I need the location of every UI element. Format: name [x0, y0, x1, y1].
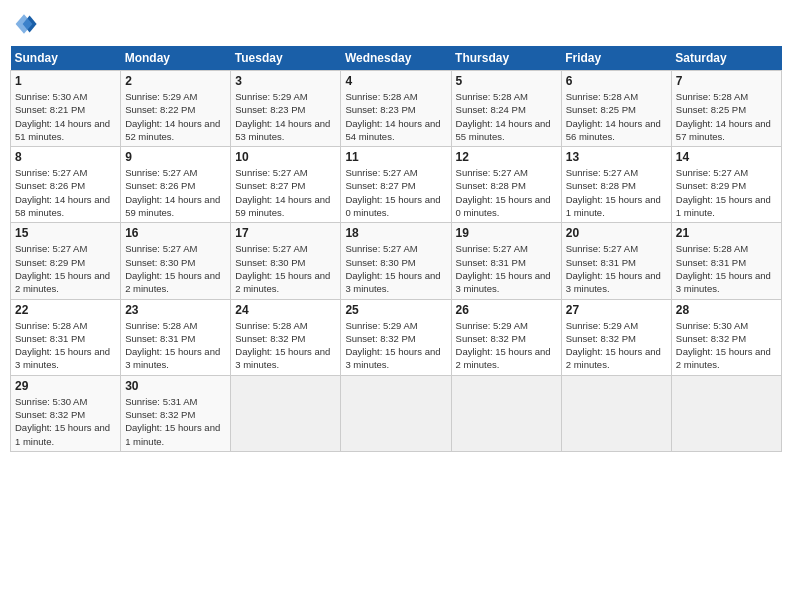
day-info: Sunrise: 5:27 AMSunset: 8:26 PMDaylight:…: [15, 166, 116, 219]
day-info: Sunrise: 5:27 AMSunset: 8:29 PMDaylight:…: [676, 166, 777, 219]
header-day-wednesday: Wednesday: [341, 46, 451, 71]
header-day-thursday: Thursday: [451, 46, 561, 71]
day-cell: 28Sunrise: 5:30 AMSunset: 8:32 PMDayligh…: [671, 299, 781, 375]
day-cell: 5Sunrise: 5:28 AMSunset: 8:24 PMDaylight…: [451, 71, 561, 147]
logo: [10, 10, 42, 38]
day-info: Sunrise: 5:28 AMSunset: 8:25 PMDaylight:…: [676, 90, 777, 143]
day-number: 4: [345, 74, 446, 88]
header-day-friday: Friday: [561, 46, 671, 71]
week-row-1: 1Sunrise: 5:30 AMSunset: 8:21 PMDaylight…: [11, 71, 782, 147]
day-info: Sunrise: 5:28 AMSunset: 8:24 PMDaylight:…: [456, 90, 557, 143]
day-info: Sunrise: 5:27 AMSunset: 8:28 PMDaylight:…: [456, 166, 557, 219]
day-info: Sunrise: 5:31 AMSunset: 8:32 PMDaylight:…: [125, 395, 226, 448]
day-info: Sunrise: 5:28 AMSunset: 8:25 PMDaylight:…: [566, 90, 667, 143]
day-number: 19: [456, 226, 557, 240]
day-info: Sunrise: 5:30 AMSunset: 8:21 PMDaylight:…: [15, 90, 116, 143]
day-number: 30: [125, 379, 226, 393]
day-info: Sunrise: 5:27 AMSunset: 8:29 PMDaylight:…: [15, 242, 116, 295]
day-cell: 21Sunrise: 5:28 AMSunset: 8:31 PMDayligh…: [671, 223, 781, 299]
page-header: [10, 10, 782, 38]
day-cell: 7Sunrise: 5:28 AMSunset: 8:25 PMDaylight…: [671, 71, 781, 147]
header-day-monday: Monday: [121, 46, 231, 71]
calendar-body: 1Sunrise: 5:30 AMSunset: 8:21 PMDaylight…: [11, 71, 782, 452]
day-cell: 11Sunrise: 5:27 AMSunset: 8:27 PMDayligh…: [341, 147, 451, 223]
week-row-3: 15Sunrise: 5:27 AMSunset: 8:29 PMDayligh…: [11, 223, 782, 299]
day-number: 23: [125, 303, 226, 317]
day-cell: 4Sunrise: 5:28 AMSunset: 8:23 PMDaylight…: [341, 71, 451, 147]
day-cell: 22Sunrise: 5:28 AMSunset: 8:31 PMDayligh…: [11, 299, 121, 375]
day-cell: 14Sunrise: 5:27 AMSunset: 8:29 PMDayligh…: [671, 147, 781, 223]
day-number: 16: [125, 226, 226, 240]
day-info: Sunrise: 5:28 AMSunset: 8:31 PMDaylight:…: [676, 242, 777, 295]
day-number: 2: [125, 74, 226, 88]
week-row-5: 29Sunrise: 5:30 AMSunset: 8:32 PMDayligh…: [11, 375, 782, 451]
day-cell: 30Sunrise: 5:31 AMSunset: 8:32 PMDayligh…: [121, 375, 231, 451]
day-cell: 12Sunrise: 5:27 AMSunset: 8:28 PMDayligh…: [451, 147, 561, 223]
day-number: 27: [566, 303, 667, 317]
day-number: 21: [676, 226, 777, 240]
calendar-header: SundayMondayTuesdayWednesdayThursdayFrid…: [11, 46, 782, 71]
day-info: Sunrise: 5:28 AMSunset: 8:32 PMDaylight:…: [235, 319, 336, 372]
day-cell: [561, 375, 671, 451]
day-info: Sunrise: 5:28 AMSunset: 8:31 PMDaylight:…: [125, 319, 226, 372]
day-number: 13: [566, 150, 667, 164]
day-cell: [341, 375, 451, 451]
day-number: 28: [676, 303, 777, 317]
day-cell: 3Sunrise: 5:29 AMSunset: 8:23 PMDaylight…: [231, 71, 341, 147]
day-cell: 20Sunrise: 5:27 AMSunset: 8:31 PMDayligh…: [561, 223, 671, 299]
day-info: Sunrise: 5:29 AMSunset: 8:32 PMDaylight:…: [456, 319, 557, 372]
day-number: 17: [235, 226, 336, 240]
day-number: 22: [15, 303, 116, 317]
day-cell: [231, 375, 341, 451]
day-number: 25: [345, 303, 446, 317]
day-info: Sunrise: 5:27 AMSunset: 8:30 PMDaylight:…: [235, 242, 336, 295]
day-number: 10: [235, 150, 336, 164]
day-info: Sunrise: 5:27 AMSunset: 8:26 PMDaylight:…: [125, 166, 226, 219]
day-cell: 25Sunrise: 5:29 AMSunset: 8:32 PMDayligh…: [341, 299, 451, 375]
day-info: Sunrise: 5:30 AMSunset: 8:32 PMDaylight:…: [15, 395, 116, 448]
day-number: 12: [456, 150, 557, 164]
day-cell: 17Sunrise: 5:27 AMSunset: 8:30 PMDayligh…: [231, 223, 341, 299]
day-cell: 19Sunrise: 5:27 AMSunset: 8:31 PMDayligh…: [451, 223, 561, 299]
day-cell: 15Sunrise: 5:27 AMSunset: 8:29 PMDayligh…: [11, 223, 121, 299]
header-row: SundayMondayTuesdayWednesdayThursdayFrid…: [11, 46, 782, 71]
day-cell: [451, 375, 561, 451]
day-cell: 6Sunrise: 5:28 AMSunset: 8:25 PMDaylight…: [561, 71, 671, 147]
day-cell: 10Sunrise: 5:27 AMSunset: 8:27 PMDayligh…: [231, 147, 341, 223]
day-number: 1: [15, 74, 116, 88]
day-number: 15: [15, 226, 116, 240]
day-info: Sunrise: 5:29 AMSunset: 8:32 PMDaylight:…: [345, 319, 446, 372]
day-info: Sunrise: 5:27 AMSunset: 8:30 PMDaylight:…: [125, 242, 226, 295]
day-info: Sunrise: 5:30 AMSunset: 8:32 PMDaylight:…: [676, 319, 777, 372]
calendar-table: SundayMondayTuesdayWednesdayThursdayFrid…: [10, 46, 782, 452]
header-day-saturday: Saturday: [671, 46, 781, 71]
header-day-tuesday: Tuesday: [231, 46, 341, 71]
day-info: Sunrise: 5:27 AMSunset: 8:30 PMDaylight:…: [345, 242, 446, 295]
day-number: 7: [676, 74, 777, 88]
day-number: 14: [676, 150, 777, 164]
day-cell: 29Sunrise: 5:30 AMSunset: 8:32 PMDayligh…: [11, 375, 121, 451]
day-number: 24: [235, 303, 336, 317]
day-info: Sunrise: 5:29 AMSunset: 8:23 PMDaylight:…: [235, 90, 336, 143]
day-cell: 2Sunrise: 5:29 AMSunset: 8:22 PMDaylight…: [121, 71, 231, 147]
day-cell: 27Sunrise: 5:29 AMSunset: 8:32 PMDayligh…: [561, 299, 671, 375]
day-cell: 1Sunrise: 5:30 AMSunset: 8:21 PMDaylight…: [11, 71, 121, 147]
day-cell: [671, 375, 781, 451]
day-info: Sunrise: 5:27 AMSunset: 8:27 PMDaylight:…: [235, 166, 336, 219]
day-cell: 8Sunrise: 5:27 AMSunset: 8:26 PMDaylight…: [11, 147, 121, 223]
day-cell: 9Sunrise: 5:27 AMSunset: 8:26 PMDaylight…: [121, 147, 231, 223]
day-info: Sunrise: 5:28 AMSunset: 8:31 PMDaylight:…: [15, 319, 116, 372]
day-cell: 16Sunrise: 5:27 AMSunset: 8:30 PMDayligh…: [121, 223, 231, 299]
day-cell: 26Sunrise: 5:29 AMSunset: 8:32 PMDayligh…: [451, 299, 561, 375]
week-row-2: 8Sunrise: 5:27 AMSunset: 8:26 PMDaylight…: [11, 147, 782, 223]
header-day-sunday: Sunday: [11, 46, 121, 71]
week-row-4: 22Sunrise: 5:28 AMSunset: 8:31 PMDayligh…: [11, 299, 782, 375]
day-info: Sunrise: 5:27 AMSunset: 8:31 PMDaylight:…: [456, 242, 557, 295]
day-number: 3: [235, 74, 336, 88]
day-number: 20: [566, 226, 667, 240]
day-info: Sunrise: 5:28 AMSunset: 8:23 PMDaylight:…: [345, 90, 446, 143]
day-cell: 23Sunrise: 5:28 AMSunset: 8:31 PMDayligh…: [121, 299, 231, 375]
day-number: 26: [456, 303, 557, 317]
day-number: 11: [345, 150, 446, 164]
day-number: 9: [125, 150, 226, 164]
